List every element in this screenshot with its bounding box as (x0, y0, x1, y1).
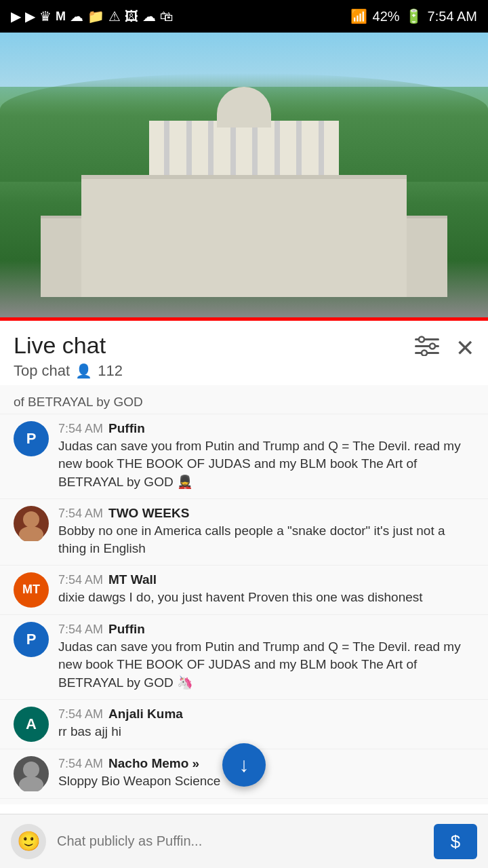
avatar: P (14, 421, 49, 456)
emoji-icon: 🙂 (17, 830, 41, 852)
message-text: dixie dawgs I do, you just havent Proven… (58, 589, 474, 607)
chat-message: 7:54 AM TWO WEEKS Bobby no one in Americ… (0, 499, 488, 566)
app-icon-youtube: ▶ (11, 8, 21, 24)
message-content: 7:54 AM Anjali Kuma rr bas ajj hi (58, 707, 474, 741)
message-author: MT Wall (108, 572, 157, 587)
chat-message: A 7:54 AM Anjali Kuma rr bas ajj hi (0, 700, 488, 749)
message-content: 7:54 AM TWO WEEKS Bobby no one in Americ… (58, 506, 474, 558)
livechat-header: Live chat Top chat 👤 112 ✕ (0, 321, 488, 385)
avatar: P (14, 622, 49, 657)
time-display: 7:54 AM (428, 9, 477, 24)
message-text: Judas can save you from Putin and Trump … (58, 437, 474, 492)
message-meta: 7:54 AM MT Wall (58, 572, 474, 587)
app-icon-bag: 🛍 (160, 9, 174, 24)
app-icon-image: 🖼 (125, 9, 138, 24)
svg-point-6 (23, 511, 39, 528)
svg-point-7 (19, 526, 43, 541)
video-player[interactable] (0, 33, 488, 317)
message-content: 7:54 AM Puffin Judas can save you from P… (58, 622, 474, 692)
avatar: MT (14, 572, 49, 608)
svg-point-3 (419, 336, 424, 342)
scroll-to-bottom-button[interactable]: ↓ (222, 743, 266, 787)
message-author: TWO WEEKS (108, 506, 189, 521)
chat-input[interactable] (57, 824, 423, 859)
battery-icon: 🔋 (405, 8, 422, 24)
building-columns (149, 121, 339, 175)
topchat-label[interactable]: Top chat (14, 362, 70, 380)
chat-input-bar: 🙂 $ (0, 814, 488, 868)
app-icon-crown: ♛ (39, 8, 52, 24)
svg-text:$: $ (451, 831, 461, 852)
message-time: 7:54 AM (58, 507, 103, 521)
app-icon-cloud2: ☁ (142, 8, 156, 24)
message-text: Sloppy Bio Weapon Science (58, 772, 474, 791)
status-icons-left: ▶ ▶ ♛ M ☁ 📁 ⚠ 🖼 ☁ 🛍 (11, 8, 174, 24)
viewer-count: 112 (98, 362, 123, 380)
header-sub: Top chat 👤 112 (14, 362, 123, 380)
chat-message: P 7:54 AM Puffin Judas can save you from… (0, 615, 488, 700)
status-bar: ▶ ▶ ♛ M ☁ 📁 ⚠ 🖼 ☁ 🛍 📶 42% 🔋 7:54 AM (0, 0, 488, 33)
viewers-icon: 👤 (75, 363, 92, 379)
chevron-down-icon: ↓ (239, 753, 249, 776)
avatar: A (14, 707, 49, 742)
svg-point-9 (19, 776, 43, 791)
livechat-title: Live chat (14, 332, 123, 359)
send-button[interactable]: $ (434, 824, 477, 859)
building-main-body (81, 175, 407, 297)
svg-point-8 (23, 762, 39, 778)
header-title-area: Live chat Top chat 👤 112 (14, 332, 123, 380)
message-content: 7:54 AM MT Wall dixie dawgs I do, you ju… (58, 572, 474, 607)
message-author: Anjali Kuma (108, 707, 183, 722)
avatar (14, 756, 49, 791)
status-right: 📶 42% 🔋 7:54 AM (350, 8, 477, 24)
message-meta: 7:54 AM Puffin (58, 622, 474, 637)
message-meta: 7:54 AM TWO WEEKS (58, 506, 474, 521)
svg-point-4 (430, 343, 435, 349)
message-author: Nacho Memo » (108, 756, 199, 771)
message-meta: 7:54 AM Anjali Kuma (58, 707, 474, 722)
message-author: Puffin (108, 622, 145, 637)
avatar (14, 506, 49, 541)
message-text: Bobby no one in America calls people a "… (58, 522, 474, 558)
app-icon-m: M (56, 9, 66, 24)
message-time: 7:54 AM (58, 573, 103, 587)
message-content: 7:54 AM Puffin Judas can save you from P… (58, 421, 474, 492)
battery-percent: 42% (373, 9, 400, 24)
message-content: 7:54 AM Nacho Memo » Sloppy Bio Weapon S… (58, 756, 474, 791)
close-icon[interactable]: ✕ (455, 334, 474, 361)
header-actions: ✕ (415, 334, 474, 361)
emoji-button[interactable]: 🙂 (11, 824, 46, 859)
chat-messages-container: of BETRAYAL by GOD P 7:54 AM Puffin Juda… (0, 385, 488, 804)
wifi-icon: 📶 (350, 8, 367, 24)
message-text: Judas can save you from Putin and Trump … (58, 638, 474, 692)
app-icon-folder: 📁 (87, 8, 104, 24)
app-icon-cloud: ☁ (70, 8, 83, 24)
app-icon-youtube2: ▶ (25, 8, 35, 24)
message-text: rr bas ajj hi (58, 723, 474, 741)
message-meta: 7:54 AM Nacho Memo » (58, 756, 474, 771)
message-time: 7:54 AM (58, 422, 103, 436)
message-time: 7:54 AM (58, 623, 103, 637)
message-author: Puffin (108, 421, 145, 436)
partial-message: of BETRAYAL by GOD (0, 391, 488, 414)
message-meta: 7:54 AM Puffin (58, 421, 474, 436)
message-time: 7:54 AM (58, 757, 103, 771)
chat-message: P 7:54 AM Puffin Judas can save you from… (0, 414, 488, 499)
svg-point-5 (422, 350, 427, 355)
message-time: 7:54 AM (58, 707, 103, 722)
chat-message: MT 7:54 AM MT Wall dixie dawgs I do, you… (0, 566, 488, 615)
filter-icon[interactable] (415, 336, 439, 361)
app-icon-alert: ⚠ (108, 8, 121, 24)
